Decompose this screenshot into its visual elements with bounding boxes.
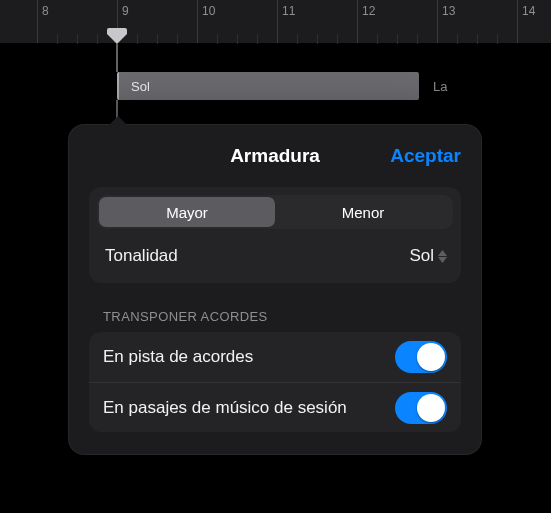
popover-caret xyxy=(106,114,130,126)
timeline-ruler[interactable]: 891011121314 xyxy=(0,0,551,44)
transpose-row-session-passages: En pasajes de músico de sesión xyxy=(89,382,461,432)
ruler-tick-minor xyxy=(497,34,498,44)
ruler-number: 13 xyxy=(442,4,455,18)
ruler-tick-major xyxy=(517,0,518,43)
ruler-tick-minor xyxy=(97,34,98,44)
popover-title: Armadura xyxy=(230,145,320,167)
ruler-number: 8 xyxy=(42,4,49,18)
ruler-tick-minor xyxy=(317,34,318,44)
lane-spacer xyxy=(0,44,551,72)
ruler-tick-major xyxy=(357,0,358,43)
tonality-value-picker[interactable]: Sol xyxy=(409,246,447,266)
ruler-tick-minor xyxy=(157,34,158,44)
ruler-tick-major xyxy=(37,0,38,43)
transpose-switch-list: En pista de acordes En pasajes de músico… xyxy=(89,332,461,432)
ruler-tick-minor xyxy=(337,34,338,44)
chord-region-next[interactable]: La xyxy=(423,72,447,100)
ruler-number: 14 xyxy=(522,4,535,18)
chord-region[interactable]: Sol xyxy=(117,72,419,100)
tonality-label: Tonalidad xyxy=(105,246,178,266)
scale-mode-segmented[interactable]: Mayor Menor xyxy=(97,195,453,229)
ruler-tick-major xyxy=(437,0,438,43)
ruler-number: 12 xyxy=(362,4,375,18)
accept-button[interactable]: Aceptar xyxy=(390,145,461,167)
chord-region-label: Sol xyxy=(131,79,150,94)
transpose-row-chord-track: En pista de acordes xyxy=(89,332,461,382)
ruler-tick-minor xyxy=(297,34,298,44)
ruler-tick-major xyxy=(117,0,118,43)
ruler-tick-minor xyxy=(177,34,178,44)
ruler-tick-minor xyxy=(477,34,478,44)
ruler-tick-major xyxy=(197,0,198,43)
ruler-tick-minor xyxy=(237,34,238,44)
ruler-tick-minor xyxy=(217,34,218,44)
ruler-tick-minor xyxy=(57,34,58,44)
chevron-up-down-icon xyxy=(438,250,447,263)
key-signature-popover: Armadura Aceptar Mayor Menor Tonalidad S… xyxy=(68,124,482,455)
key-group: Mayor Menor Tonalidad Sol xyxy=(89,187,461,283)
ruler-tick-minor xyxy=(377,34,378,44)
switch-label: En pista de acordes xyxy=(103,347,395,367)
ruler-tick-major xyxy=(277,0,278,43)
ruler-tick-minor xyxy=(77,34,78,44)
segment-major[interactable]: Mayor xyxy=(99,197,275,227)
chord-next-label: La xyxy=(433,79,447,94)
transpose-session-switch[interactable] xyxy=(395,392,447,424)
ruler-number: 11 xyxy=(282,4,295,18)
segment-minor[interactable]: Menor xyxy=(275,197,451,227)
ruler-tick-minor xyxy=(457,34,458,44)
ruler-number: 9 xyxy=(122,4,129,18)
tonality-value: Sol xyxy=(409,246,434,266)
tonality-row[interactable]: Tonalidad Sol xyxy=(97,229,453,283)
ruler-number: 10 xyxy=(202,4,215,18)
ruler-tick-minor xyxy=(137,34,138,44)
ruler-tick-minor xyxy=(257,34,258,44)
chord-lane[interactable]: Sol La xyxy=(0,72,551,100)
switch-label: En pasajes de músico de sesión xyxy=(103,398,395,418)
transpose-section-label: TRANSPONER ACORDES xyxy=(103,309,461,324)
ruler-tick-minor xyxy=(397,34,398,44)
ruler-tick-minor xyxy=(417,34,418,44)
transpose-chord-track-switch[interactable] xyxy=(395,341,447,373)
